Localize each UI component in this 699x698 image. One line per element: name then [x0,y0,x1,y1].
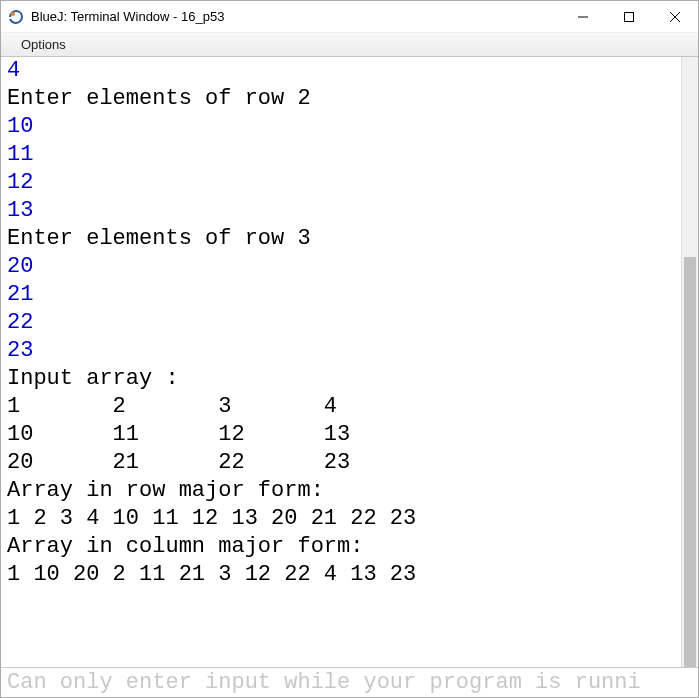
terminal-line: 13 [7,197,675,225]
bluej-app-icon [7,8,25,26]
close-button[interactable] [652,1,698,32]
terminal-line: 10 [7,113,675,141]
terminal-line: 1 10 20 2 11 21 3 12 22 4 13 23 [7,561,675,589]
terminal-line: 21 [7,281,675,309]
terminal-line: 10 11 12 13 [7,421,675,449]
minimize-button[interactable] [560,1,606,32]
terminal-line: Input array : [7,365,675,393]
terminal-line: Enter elements of row 2 [7,85,675,113]
window-controls [560,1,698,32]
terminal-line: 23 [7,337,675,365]
scrollbar-vertical[interactable] [681,57,698,667]
terminal-window: BlueJ: Terminal Window - 16_p53 Options … [0,0,699,698]
terminal-line: 20 21 22 23 [7,449,675,477]
window-title: BlueJ: Terminal Window - 16_p53 [31,9,560,24]
svg-rect-2 [625,12,634,21]
maximize-button[interactable] [606,1,652,32]
terminal-line: 1 2 3 4 [7,393,675,421]
svg-point-0 [11,12,15,16]
menubar: Options [1,33,698,57]
terminal-line: 22 [7,309,675,337]
status-hint: Can only enter input while your program … [1,667,698,697]
menu-options[interactable]: Options [15,35,72,54]
terminal-line: 12 [7,169,675,197]
terminal-line: Array in row major form: [7,477,675,505]
titlebar: BlueJ: Terminal Window - 16_p53 [1,1,698,33]
terminal-line: 4 [7,57,675,85]
terminal-line: Enter elements of row 3 [7,225,675,253]
scrollbar-thumb[interactable] [684,257,696,667]
terminal-line: 1 2 3 4 10 11 12 13 20 21 22 23 [7,505,675,533]
terminal-line: Array in column major form: [7,533,675,561]
terminal-line: 20 [7,253,675,281]
terminal-output[interactable]: 4Enter elements of row 210111213Enter el… [1,57,681,667]
terminal-line: 11 [7,141,675,169]
terminal-area: 4Enter elements of row 210111213Enter el… [1,57,698,667]
